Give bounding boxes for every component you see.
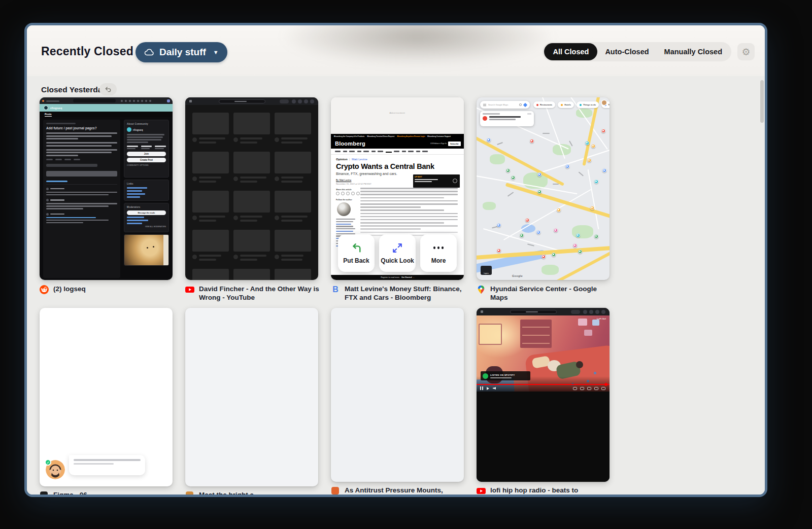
- card-hover-actions: Put Back Quick Look More: [338, 234, 457, 272]
- put-back-button[interactable]: Put Back: [338, 234, 375, 272]
- section-title: Closed Yesterday: [41, 85, 107, 94]
- put-back-label: Put Back: [343, 257, 369, 264]
- map-pin: [520, 233, 524, 237]
- more-button[interactable]: More: [420, 234, 457, 272]
- channel-avatar-skeleton: [233, 255, 238, 259]
- page-title: Recently Closed in: [41, 45, 147, 58]
- about-community-card: About Community r/logseq Join Create Pos…: [124, 120, 169, 178]
- closed-tab-label[interactable]: B Matt Levine's Money Stuff: Binance, FT…: [331, 285, 467, 302]
- skeleton-chip: [74, 159, 80, 160]
- thumbnail-skeleton: [233, 191, 270, 213]
- article-dateline: November 15, 2022 at 12:52 PM EST: [336, 183, 371, 185]
- article-headline: Crypto Wants a Central Bank: [336, 162, 453, 170]
- spotify-overlay: LISTEN ON SPOTIFY: [481, 371, 530, 380]
- closed-tab-label[interactable]: Figma - 06: [40, 490, 176, 497]
- map-pin: [602, 168, 606, 172]
- closed-tab-label[interactable]: Meet the bright a…: [185, 490, 321, 497]
- nav-item-skeleton: [335, 151, 341, 152]
- closed-tab-card-google-maps[interactable]: Search Google Maps Restaurants Hotels Th…: [477, 97, 610, 280]
- reddit-sidebar: About Community r/logseq Join Create Pos…: [124, 120, 169, 266]
- menu-icon: [189, 100, 192, 102]
- thumbnail-skeleton: [192, 113, 229, 134]
- map-label-skeleton: [579, 171, 584, 176]
- map-pin: [585, 141, 589, 145]
- comment-sort-skeleton: [46, 164, 97, 167]
- body-line: [360, 203, 458, 205]
- closed-tab-card-antitrust[interactable]: [331, 308, 464, 482]
- closed-tab-card-bright[interactable]: [185, 308, 318, 486]
- closed-tab-card-logseq[interactable]: r/logseq Posts Add future / past journal…: [40, 97, 173, 280]
- toolbar-circle-icon: [583, 310, 587, 314]
- place-marker-icon: [483, 116, 487, 121]
- closed-tab-label[interactable]: (2) logseq: [40, 285, 176, 294]
- header: Recently Closed in Daily stuff ▼ All Clo…: [27, 25, 765, 76]
- closed-tab-card-bloomberg[interactable]: Advertisement Bloomberg the Company & It…: [331, 97, 464, 280]
- maps-search-bar: Search Google Maps: [480, 101, 530, 109]
- restore-section-button[interactable]: [99, 83, 117, 95]
- comment-skeleton: [46, 213, 117, 224]
- quick-look-label: Quick Look: [381, 257, 414, 264]
- nav-item-skeleton: [402, 151, 406, 152]
- view-more-link-skeleton: [46, 181, 67, 182]
- skeleton-line: [46, 192, 117, 193]
- figma-icon: [40, 491, 48, 497]
- link-skeleton: [127, 196, 140, 198]
- quick-look-button[interactable]: Quick Look: [379, 234, 416, 272]
- edition-signin: US Edition ▾ Sign In: [430, 143, 447, 145]
- settings-button[interactable]: ⚙: [737, 43, 755, 60]
- body-line: [360, 206, 421, 208]
- closed-tab-title: lofi hip hop radio - beats to relax/stud…: [490, 486, 613, 497]
- nav-item-skeleton: [363, 151, 369, 152]
- thumbnail-skeleton: [275, 113, 311, 134]
- scrollbar-thumb[interactable]: [760, 80, 764, 123]
- undo-arrow-icon: [105, 86, 112, 92]
- tab-manually-closed[interactable]: Manually Closed: [657, 44, 730, 60]
- closed-tab-label[interactable]: As Antitrust Pressure Mounts, Google: [331, 486, 467, 497]
- toolbar-circle-icon: [298, 99, 302, 103]
- avatar-circle-icon: [601, 310, 605, 314]
- thumbnail-skeleton: [275, 191, 311, 213]
- bloomberg-nav: [331, 149, 464, 155]
- thumbnail-skeleton: [192, 152, 229, 173]
- link-skeleton: [127, 193, 145, 195]
- map-road: [588, 169, 599, 230]
- closed-tab-title: Figma - 06: [53, 490, 87, 497]
- bio-line: [336, 228, 355, 229]
- google-watermark: Google: [512, 274, 523, 277]
- closed-tab-label[interactable]: Hyundai Service Center - Google Maps: [477, 285, 613, 302]
- closed-tab-card-figma[interactable]: ✓: [40, 308, 173, 486]
- maps-place-card: [480, 111, 534, 126]
- youtube-icon: [185, 285, 194, 294]
- wall-poster: [578, 319, 587, 326]
- posts-tab: Posts: [45, 113, 52, 117]
- chip-label: Restaurants: [540, 103, 552, 106]
- map-pin: [573, 243, 577, 248]
- closed-tab-card-lofi[interactable]: LoFi Girl LISTEN ON SPOTIFY: [477, 308, 610, 482]
- skeleton-line: [46, 205, 109, 207]
- thumbnail-skeleton: [233, 152, 270, 173]
- closed-tab-label[interactable]: David Fincher - And the Other Way is Wro…: [185, 285, 321, 302]
- player-controls: [477, 385, 610, 392]
- youtube-skeleton-grid: [192, 113, 311, 280]
- channel-watermark: LoFi Girl: [597, 318, 606, 320]
- tab-auto-closed[interactable]: Auto-Closed: [597, 44, 656, 60]
- map-label-skeleton: [553, 184, 559, 185]
- mod-link-skeleton: [127, 217, 144, 218]
- channel-avatar-skeleton: [275, 255, 279, 259]
- thumbnail-skeleton: [275, 152, 311, 173]
- post-paragraph-skeleton: [46, 142, 117, 147]
- follow-label: Follow the author: [336, 199, 352, 201]
- closed-tab-card-youtube-fincher[interactable]: [185, 97, 318, 280]
- skeleton-line: [46, 152, 112, 153]
- workspace-selector[interactable]: Daily stuff ▼: [136, 42, 227, 62]
- nav-item-skeleton: [408, 151, 414, 152]
- tab-favicon-dot: [42, 100, 44, 102]
- tab-all-closed[interactable]: All Closed: [544, 43, 597, 60]
- closed-tab-title: (2) logseq: [53, 285, 86, 293]
- comment-skeleton: [46, 188, 117, 196]
- commenter-avatar: [46, 199, 49, 201]
- closed-tab-label[interactable]: lofi hip hop radio - beats to relax/stud…: [477, 486, 613, 497]
- body-line: [360, 197, 444, 199]
- ad-slot: Advertisement: [331, 97, 464, 134]
- nav-item-skeleton: [416, 151, 420, 152]
